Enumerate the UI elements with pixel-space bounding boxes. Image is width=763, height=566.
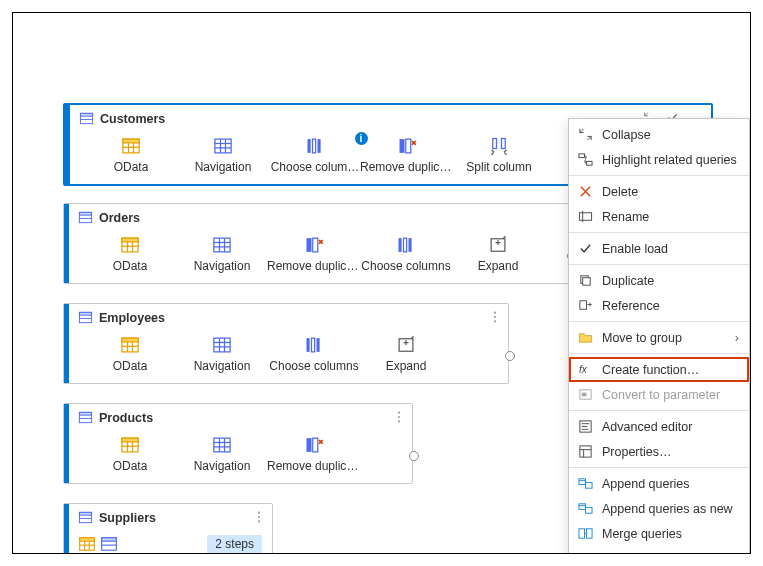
menu-item-duplicate[interactable]: Duplicate (569, 268, 749, 293)
svg-rect-26 (122, 238, 138, 242)
svg-rect-118 (585, 508, 592, 514)
query-title-text: Suppliers (99, 511, 156, 525)
svg-rect-95 (102, 538, 117, 541)
svg-rect-14 (313, 139, 316, 153)
step-split[interactable]: Split column (451, 136, 547, 174)
menu-item-label: Move to group (602, 331, 726, 345)
step-odata[interactable]: OData (82, 435, 178, 473)
step-label: OData (113, 359, 148, 373)
info-badge-icon: i (355, 132, 368, 145)
menu-item-label: Reference (602, 299, 739, 313)
menu-item-label: Enable load (602, 242, 739, 256)
svg-rect-121 (586, 529, 592, 538)
step-label: OData (113, 259, 148, 273)
props-icon (577, 444, 593, 459)
menu-item-label: Merge queries (602, 527, 739, 541)
step-label: Split column (466, 160, 531, 174)
advanced-icon (577, 419, 593, 434)
menu-item-merge-queries-as-new[interactable]: Merge queries as new (569, 546, 749, 554)
step-dedup[interactable]: Remove duplicat… (266, 435, 362, 473)
step-odata[interactable]: OData (83, 136, 179, 174)
svg-rect-30 (214, 238, 230, 252)
menu-item-reference[interactable]: Reference (569, 293, 749, 318)
tableblue-icon (78, 510, 93, 525)
menu-item-label: Advanced editor (602, 420, 739, 434)
svg-rect-80 (313, 438, 318, 452)
menu-item-label: Highlight related queries (602, 153, 739, 167)
context-menu[interactable]: Collapse Highlight related queries Delet… (568, 118, 750, 554)
check-icon (577, 241, 593, 256)
appendnew-icon (578, 501, 593, 516)
delete-icon (577, 184, 593, 199)
svg-point-46 (494, 312, 496, 314)
step-table[interactable]: Navigation (174, 435, 270, 473)
fx-icon: fx (578, 362, 593, 377)
step-table[interactable]: Navigation (174, 335, 270, 373)
step-table[interactable]: Navigation (174, 235, 270, 273)
query-title-text: Employees (99, 311, 165, 325)
step-expand[interactable]: Expand (450, 235, 546, 273)
step-table[interactable]: Navigation (175, 136, 271, 174)
columns-icon (304, 335, 324, 355)
menu-item-move-to-group[interactable]: Move to group (569, 325, 749, 350)
menu-item-properties[interactable]: Properties… (569, 439, 749, 464)
output-port[interactable] (409, 451, 419, 461)
menu-item-enable-load[interactable]: Enable load (569, 236, 749, 261)
menu-item-advanced-editor[interactable]: Advanced editor (569, 414, 749, 439)
svg-rect-39 (399, 238, 402, 252)
menu-item-append-queries-as-new[interactable]: Append queries as new (569, 496, 749, 521)
step-odata[interactable]: OData (82, 335, 178, 373)
menu-item-append-queries[interactable]: Append queries (569, 471, 749, 496)
step-label: Navigation (195, 160, 252, 174)
step-dedup[interactable]: Remove duplicat… (359, 136, 455, 174)
step-dedup[interactable]: Remove duplicat… (266, 235, 362, 273)
svg-rect-84 (79, 512, 91, 515)
more-button[interactable] (392, 410, 406, 427)
step-odata[interactable]: OData (82, 235, 178, 273)
svg-point-67 (398, 416, 400, 418)
step-label: OData (114, 160, 149, 174)
query-title: Employees (64, 304, 508, 329)
output-port[interactable] (505, 351, 515, 361)
menu-item-collapse[interactable]: Collapse (569, 122, 749, 147)
rename-icon (577, 209, 593, 224)
tableblue-icon (78, 310, 93, 325)
highlight-icon (577, 152, 593, 167)
svg-point-87 (258, 516, 260, 518)
more-button[interactable] (252, 510, 266, 527)
query-orders[interactable]: Orders OData Navigation (63, 203, 571, 284)
menu-item-label: Create function… (602, 363, 739, 377)
mergenew-icon (577, 551, 593, 554)
merge-icon (577, 526, 593, 541)
svg-rect-64 (79, 412, 91, 415)
more-button[interactable] (488, 310, 502, 327)
expand-icon (488, 235, 508, 255)
menu-item-label: Convert to parameter (602, 388, 739, 402)
menu-item-delete[interactable]: Delete (569, 179, 749, 204)
odata-icon (78, 535, 96, 553)
query-employees[interactable]: Employees OData Navigation (63, 303, 509, 384)
step-columns[interactable]: Choose columns (266, 335, 362, 373)
menu-item-label: Properties… (602, 445, 739, 459)
step-columns[interactable]: i Choose colum… (267, 136, 363, 174)
folder-icon (578, 330, 593, 345)
collapse-icon (578, 127, 593, 142)
step-expand[interactable]: Expand (358, 335, 454, 373)
step-label: Choose columns (269, 359, 358, 373)
split-icon (489, 136, 509, 156)
append-icon (577, 476, 593, 491)
rename-icon (578, 209, 593, 224)
collapse-icon (577, 127, 593, 142)
menu-item-create-function[interactable]: fx Create function… (569, 357, 749, 382)
menu-separator (569, 321, 749, 322)
menu-separator (569, 264, 749, 265)
more-icon (252, 510, 266, 524)
query-products[interactable]: Products OData Navigation (63, 403, 413, 484)
dedup-icon (397, 136, 417, 156)
menu-item-highlight-related-queries[interactable]: Highlight related queries (569, 147, 749, 172)
step-columns[interactable]: Choose columns (358, 235, 454, 273)
query-suppliers[interactable]: Suppliers 2 steps (63, 503, 273, 554)
menu-item-rename[interactable]: Rename (569, 204, 749, 229)
step-label: Expand (478, 259, 519, 273)
menu-item-merge-queries[interactable]: Merge queries (569, 521, 749, 546)
